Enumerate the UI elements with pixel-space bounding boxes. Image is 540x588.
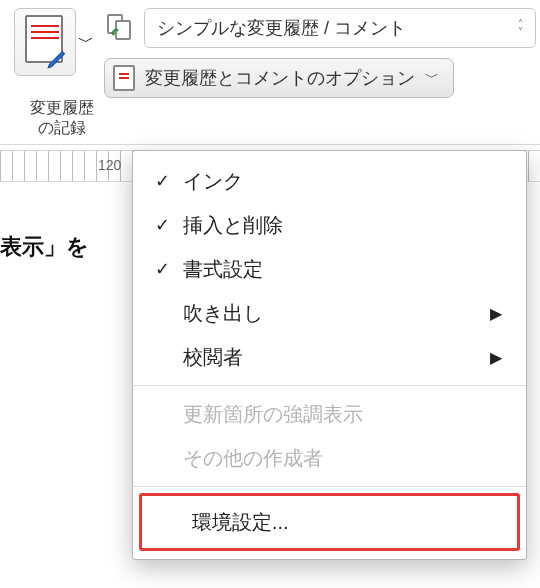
menu-separator <box>133 385 526 386</box>
check-icon: ✓ <box>155 258 183 280</box>
chevron-down-icon[interactable]: ﹀ <box>78 32 94 53</box>
menu-item-reviewers[interactable]: 校閲者▶ <box>133 335 526 379</box>
display-mode-dropdown[interactable]: シンプルな変更履歴 / コメント ˄˅ <box>144 8 536 48</box>
menu-item-ink[interactable]: ✓インク <box>133 159 526 203</box>
menu-item-preferences[interactable]: 環境設定... <box>142 496 517 548</box>
document-icon <box>113 65 135 91</box>
check-icon: ✓ <box>155 170 183 192</box>
track-changes-label: 変更履歴 の記録 <box>14 98 110 138</box>
chevron-down-icon: ﹀ <box>425 69 439 87</box>
track-changes-button[interactable] <box>14 8 76 76</box>
menu-item-balloons[interactable]: 吹き出し▶ <box>133 291 526 335</box>
menu-item-formatting[interactable]: ✓書式設定 <box>133 247 526 291</box>
submenu-arrow-icon: ▶ <box>490 348 502 367</box>
menu-item-insert-delete[interactable]: ✓挿入と削除 <box>133 203 526 247</box>
track-changes-options-button[interactable]: 変更履歴とコメントのオプション ﹀ <box>104 58 454 98</box>
menu-separator <box>133 486 526 487</box>
options-button-label: 変更履歴とコメントのオプション <box>145 66 415 90</box>
menu-item-other-authors: その他の作成者 <box>133 436 526 480</box>
document-text: 表示」を <box>0 232 89 262</box>
options-dropdown-menu: ✓インク ✓挿入と削除 ✓書式設定 吹き出し▶ 校閲者▶ 更新箇所の強調表示 そ… <box>132 150 527 560</box>
submenu-arrow-icon: ▶ <box>490 304 502 323</box>
menu-item-highlight-updates: 更新箇所の強調表示 <box>133 392 526 436</box>
review-toolbar: ﹀ 変更履歴 の記録 シンプルな変更履歴 / コメント ˄˅ 変更履歴とコメント… <box>0 0 540 145</box>
check-icon: ✓ <box>155 214 183 236</box>
highlight-annotation: 環境設定... <box>139 493 520 551</box>
reviewing-pane-icon[interactable] <box>104 11 138 45</box>
ruler-tick: 120 <box>98 157 121 173</box>
display-mode-value: シンプルな変更履歴 / コメント <box>157 16 406 40</box>
track-changes-icon <box>21 13 69 69</box>
stepper-icon: ˄˅ <box>518 20 523 36</box>
